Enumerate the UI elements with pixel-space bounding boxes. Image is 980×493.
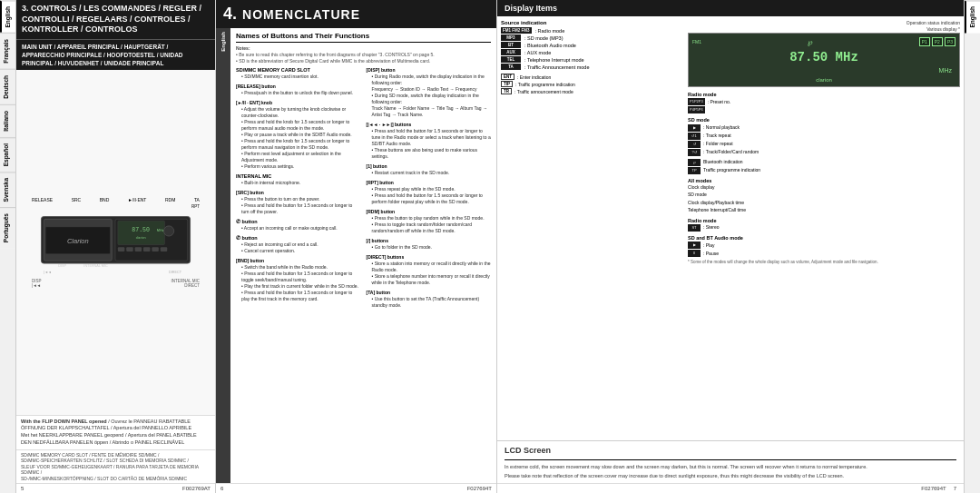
all-mode-sd: SD mode <box>688 192 960 199</box>
bt-section: ℘ Bluetooth indication TP Traffic progra… <box>688 159 960 174</box>
lcd-text1: In extreme cold, the screen movement may… <box>505 463 956 470</box>
sd-bt-section: SD and BT Audio mode ▶ : Play II : Pause <box>688 234 960 257</box>
svg-rect-15 <box>161 247 168 251</box>
stereo-label: : Stereo <box>703 224 720 232</box>
btn-seek: [|◄◄ · ►►|] buttons • Press and hold the… <box>367 122 492 160</box>
chapter4-panel: 4. NOMENCLATURE English Names of Buttons… <box>216 0 497 493</box>
btn-release-name: [RELEASE] button <box>236 84 361 89</box>
sd-mode-section: SD mode ▶ : Normal playback ↺1 : Track r… <box>688 116 960 155</box>
si-row-ta: TA : Traffic Announcement mode <box>501 64 682 70</box>
all-modes-section: All modes Clock display SD mode Clock di… <box>688 177 960 214</box>
file-code-ch4: F027694T <box>467 486 492 491</box>
stereo-row: ST : Stereo <box>688 224 960 232</box>
svg-rect-13 <box>143 247 151 251</box>
preset-p3[interactable]: P3 <box>945 37 956 46</box>
btn-col-right: [DISP] button • During Radio mode, switc… <box>367 67 492 312</box>
btn-src-name: [SRC] button <box>236 190 361 195</box>
main-content: 3. CONTROLS / LES COMMANDES / REGLER / C… <box>16 0 964 493</box>
main-unit-header: MAIN UNIT / APPAREIL PRINCIPAL / HAUPTGE… <box>16 39 215 70</box>
top-area: 3. CONTROLS / LES COMMANDES / REGLER / C… <box>16 0 964 493</box>
source-indication: Source indication FM1 FM2 FM3 : Radio mo… <box>501 20 682 70</box>
btn-call-desc: • Accept an incoming call or make outgoi… <box>236 225 361 232</box>
preset-p1[interactable]: P1 <box>919 37 930 46</box>
mode-icon-play: ▶ <box>688 124 701 132</box>
btn-direct-name: [DIRECT] buttons <box>367 254 492 260</box>
lang-tab-deutsch[interactable]: Deutsch <box>0 69 15 104</box>
radio-mode2-section: Radio mode ST : Stereo <box>688 217 960 232</box>
btn-ta-desc: • Use this button to set the TA (Traffic… <box>367 296 492 309</box>
lang-tab-portugues[interactable]: Português <box>0 207 15 248</box>
stereo-icon: ST <box>688 224 701 232</box>
btn-columns: SD/MMC MEMORY CARD SLOT • SD/MMC memory … <box>236 67 491 312</box>
si-row-aux: AUX : AUX mode <box>501 49 682 55</box>
tp-mode-icon: TP <box>688 167 701 174</box>
btn-disp-name: [DISP] button <box>367 67 492 73</box>
chapter3-panel: 3. CONTROLS / LES COMMANDES / REGLER / C… <box>16 0 216 493</box>
btn-src: [SRC] button • Press the button to turn … <box>236 190 361 215</box>
car-unit-diagram: Clarion 87.50 MHz clarion <box>32 210 200 278</box>
svg-text:MHz: MHz <box>157 229 164 232</box>
svg-text:INTERNAL MIC: INTERNAL MIC <box>83 264 108 268</box>
bt-icon-display: ℘ <box>808 38 813 46</box>
mode-icon-folder-rpt: ↺ <box>688 141 701 148</box>
btn-release-desc: • Press/push in the button to unlock the… <box>236 90 361 96</box>
ch4-title: NOMENCLATURE <box>242 7 360 22</box>
radio-mode2-title: Radio mode <box>688 217 960 224</box>
prev-track-label: |◄◄ <box>32 283 41 288</box>
btn-direct-desc: • Store a station into memory or recall … <box>367 261 492 286</box>
display-items-header: Display Items <box>497 0 964 16</box>
clarion-logo: clarion <box>692 77 956 83</box>
ch4-lang-label: English <box>220 32 226 52</box>
mode-label-preset: : Preset no. <box>708 99 731 106</box>
svg-rect-14 <box>152 247 159 251</box>
all-mode-clock-label: Clock display <box>688 184 714 192</box>
operation-status: Operation status indication <box>688 20 960 25</box>
mode-labels: Radio mode P1P2P3 : Preset no. P4P5P6 SD… <box>688 91 960 257</box>
lang-tab-italiano[interactable]: Italiano <box>0 104 15 137</box>
ch4-num: 4. <box>223 5 237 24</box>
si-label-radio: : Radio mode <box>535 28 565 34</box>
lang-tab-right-english[interactable]: English <box>965 0 980 33</box>
si-icon-tel: TEL <box>501 56 521 63</box>
bt-label: Bluetooth indication <box>703 159 743 166</box>
btn-col-left: SD/MMC MEMORY CARD SLOT • SD/MMC memory … <box>236 67 361 312</box>
all-mode-clock-pb-label: Clock display/Playback time <box>688 200 744 207</box>
btn-1-name: [1] button <box>367 163 492 169</box>
lang-tab-espanol[interactable]: Español <box>0 137 15 172</box>
bnd-label: BND <box>100 197 110 202</box>
btn-bnd: [BND] button • Switch the band while in … <box>236 258 361 302</box>
tr-row: TR : Traffic announcement mode <box>501 88 682 94</box>
mode-label-random: : Track/Folder/Card random <box>703 149 759 156</box>
freq-unit: MHz <box>692 67 956 74</box>
src-label: SRC <box>72 197 82 202</box>
memory-card-note2: SD/MMC-SPEICHERKARTEN SCHLITZ / SLOT SCH… <box>21 458 211 464</box>
mode-label-normal: : Normal playback <box>703 124 740 132</box>
lang-tab-francais[interactable]: Français <box>0 33 15 69</box>
notes-label: Notes: <box>236 45 250 51</box>
memory-card-note3: SLEUF VOOR SD/MMC-GEHEUGENKAART / RANURA… <box>21 464 211 476</box>
lang-tab-svenska[interactable]: Svenska <box>0 172 15 207</box>
si-label-mp3: : SD mode (MP3) <box>524 35 563 41</box>
bt-mode-icon: ℘ <box>688 159 701 166</box>
lang-tab-english[interactable]: English <box>0 0 15 33</box>
all-mode-sd-label: SD mode <box>688 192 707 199</box>
lcd-title: LCD Screen <box>505 445 956 460</box>
names-title: Names of Buttons and Their Functions <box>236 32 491 43</box>
tr-box: TR <box>501 88 512 94</box>
btn-bnd-desc: • Switch the band while in the Radio mod… <box>236 264 361 302</box>
svg-point-9 <box>163 226 173 236</box>
mode-row-track-rpt: ↺1 : Track repeat <box>688 133 960 140</box>
preset-p2[interactable]: P2 <box>932 37 943 46</box>
si-title: Source indication <box>501 20 682 25</box>
ent-section: ENT : Enter indication TIP : Traffic pro… <box>501 74 682 94</box>
btn-folder-desc: • Go to folder in the SD mode. <box>367 244 492 251</box>
mode-label-track-rpt: : Track repeat <box>703 133 731 140</box>
btn-seek-desc: • Press and hold the button for 1.5 seco… <box>367 128 492 160</box>
btn-rpt-desc: • Press repeat play while in the SD mode… <box>367 186 492 205</box>
btn-call-name: ✆ button <box>236 219 361 224</box>
flip-panel-bold: With the FLIP DOWN PANEL opened <box>21 419 107 424</box>
all-mode-tel: Telephone Interrupt/Call time <box>688 207 960 214</box>
all-mode-tel-label: Telephone Interrupt/Call time <box>688 207 746 214</box>
btn-rpt: [RPT] button • Press repeat play while i… <box>367 180 492 205</box>
page-num-left: 5 F002769AT <box>16 483 215 493</box>
